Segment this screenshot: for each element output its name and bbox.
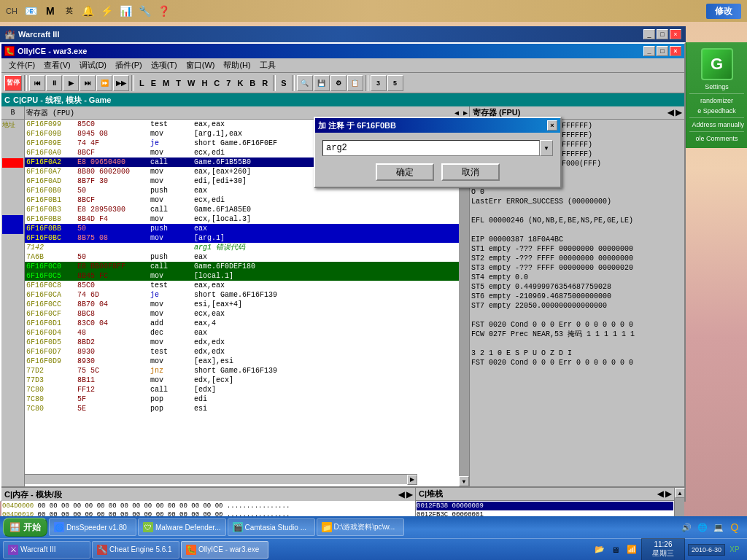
cheat-engine-label: Cheat Engine 5.6.1 xyxy=(109,545,172,553)
xp-icon[interactable]: XP xyxy=(728,543,741,556)
cheat-engine-icon: 🔧 xyxy=(97,545,107,555)
clock-day: 星期三 xyxy=(646,548,680,559)
clock-time: 11:26 xyxy=(646,540,680,548)
taskbar-top-row: 🪟 开始 🌀 DnsSpeeder v1.80 🛡 Malware Defend… xyxy=(0,516,747,538)
taskbar-bottom-row: ⚔ Warcraft III 🔧 Cheat Engine 5.6.1 🐛 Ol… xyxy=(0,538,747,560)
dialog-body: ▼ 确定 取消 xyxy=(315,133,560,187)
malware-icon: 🛡 xyxy=(143,522,153,532)
dialog-input-row: ▼ xyxy=(322,140,553,156)
warcraft-taskbar-label: Warcraft III xyxy=(20,545,56,553)
folder-icon: 📁 xyxy=(322,522,332,532)
systray-pc[interactable]: 💻 xyxy=(712,521,725,534)
camtasia-icon: 🎬 xyxy=(233,522,243,532)
dialog-close-btn[interactable]: × xyxy=(547,120,557,131)
add-comment-dialog: 加 注释 于 6F16F0BB × ▼ 确定 取消 xyxy=(314,117,562,188)
date-display: 2010-6-30 xyxy=(688,544,725,556)
dnsspeeder-label: DnsSpeeder v1.80 xyxy=(66,524,127,532)
dnsspeeder-icon: 🌀 xyxy=(54,522,64,532)
taskbar-warcraft[interactable]: ⚔ Warcraft III xyxy=(3,541,90,559)
dialog-overlay: 加 注释 于 6F16F0BB × ▼ 确定 取消 xyxy=(0,0,747,560)
systray-pc-b[interactable]: 🖥 xyxy=(609,543,622,556)
systray-net-b[interactable]: 📶 xyxy=(625,543,638,556)
dialog-titlebar: 加 注释 于 6F16F0BB × xyxy=(315,118,560,133)
taskbar-ollyice[interactable]: 🐛 OllyICE - war3.exe xyxy=(181,541,268,559)
systray-bottom: 📂 🖥 📶 11:26 星期三 2010-6-30 XP xyxy=(593,538,744,560)
taskbar-dnsspeeder[interactable]: 🌀 DnsSpeeder v1.80 xyxy=(49,518,136,536)
start-icon: 🪟 xyxy=(9,522,20,532)
dialog-cancel-btn[interactable]: 取消 xyxy=(441,163,500,181)
taskbar-folder[interactable]: 📁 D:\游戏资料\pc\w... xyxy=(317,518,404,536)
taskbar-cheat-engine[interactable]: 🔧 Cheat Engine 5.6.1 xyxy=(92,541,179,559)
taskbar-camtasia[interactable]: 🎬 Camtasia Studio ... xyxy=(228,518,315,536)
dialog-confirm-btn[interactable]: 确定 xyxy=(376,163,434,181)
taskbar-malware-defender[interactable]: 🛡 Malware Defender... xyxy=(138,518,226,536)
dialog-title-text: 加 注释 于 6F16F0BB xyxy=(318,120,396,131)
ollyice-taskbar-label: OllyICE - war3.exe xyxy=(198,545,259,553)
systray-area: 🔊 🌐 💻 Q xyxy=(680,521,744,534)
clock-area[interactable]: 11:26 星期三 xyxy=(641,538,685,560)
dialog-comment-input[interactable] xyxy=(322,140,540,156)
camtasia-label: Camtasia Studio ... xyxy=(245,524,306,532)
folder-label: D:\游戏资料\pc\w... xyxy=(334,522,395,532)
ollyice-taskbar-icon: 🐛 xyxy=(186,545,196,555)
start-label: 开始 xyxy=(23,521,41,534)
systray-net[interactable]: 🌐 xyxy=(696,521,709,534)
dialog-input-dropdown[interactable]: ▼ xyxy=(540,140,553,156)
warcraft-taskbar-icon: ⚔ xyxy=(8,545,18,555)
malware-label: Malware Defender... xyxy=(155,524,221,532)
systray-vol[interactable]: 🔊 xyxy=(680,521,693,534)
start-button[interactable]: 🪟 开始 xyxy=(3,518,47,537)
taskbar: 🪟 开始 🌀 DnsSpeeder v1.80 🛡 Malware Defend… xyxy=(0,516,747,560)
systray-qzone[interactable]: Q xyxy=(728,521,741,534)
dialog-buttons: 确定 取消 xyxy=(322,163,553,181)
systray-folder-b[interactable]: 📂 xyxy=(593,543,606,556)
